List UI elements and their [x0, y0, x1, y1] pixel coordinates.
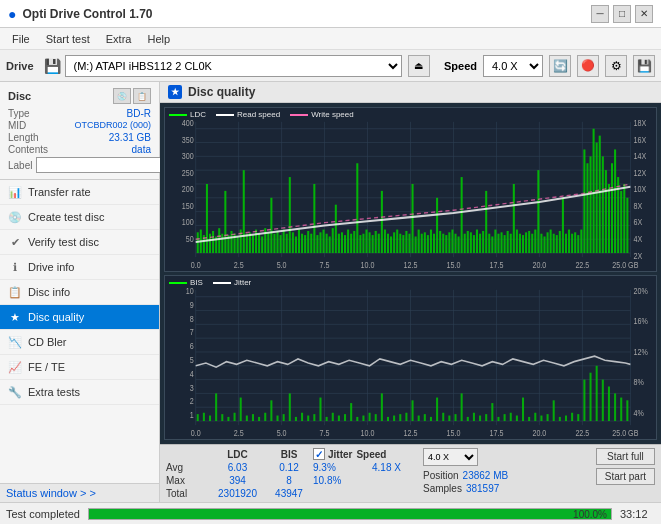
svg-text:17.5: 17.5: [489, 259, 503, 270]
burn-button[interactable]: 🔴: [577, 55, 599, 77]
svg-rect-179: [593, 129, 595, 253]
svg-rect-269: [381, 393, 383, 421]
svg-text:12%: 12%: [633, 346, 648, 357]
nav-disc-quality[interactable]: ★ Disc quality: [0, 305, 159, 330]
bis-chart-svg: 10 9 8 7 6 5 4 3 2 1 20% 16% 12% 8% 4%: [165, 276, 656, 439]
svg-rect-272: [399, 414, 401, 421]
nav-transfer-rate[interactable]: 📊 Transfer rate: [0, 180, 159, 205]
bis-legend: BIS: [190, 278, 203, 287]
svg-rect-163: [543, 236, 545, 253]
disc-label-input[interactable]: [36, 157, 169, 173]
svg-text:8%: 8%: [633, 376, 644, 387]
disc-icon-1: 💿: [117, 92, 127, 101]
nav-fe-te[interactable]: 📈 FE / TE: [0, 355, 159, 380]
close-button[interactable]: ✕: [635, 5, 653, 23]
ldc-legend: LDC: [190, 110, 206, 119]
minimize-button[interactable]: ─: [591, 5, 609, 23]
svg-text:17.5: 17.5: [489, 427, 503, 438]
nav-disc-info-label: Disc info: [28, 286, 70, 298]
menu-start-test[interactable]: Start test: [38, 31, 98, 47]
eject-button[interactable]: ⏏: [408, 55, 430, 77]
svg-text:10X: 10X: [633, 183, 646, 194]
nav-cd-bler[interactable]: 📉 CD Bler: [0, 330, 159, 355]
svg-rect-185: [611, 163, 613, 253]
svg-text:8: 8: [190, 312, 194, 323]
svg-rect-146: [491, 236, 493, 253]
svg-rect-258: [313, 414, 315, 421]
svg-rect-119: [408, 234, 410, 253]
nav-verify-test-disc[interactable]: ✔ Verify test disc: [0, 230, 159, 255]
svg-rect-116: [399, 234, 401, 253]
drive-combo[interactable]: (M:) ATAPI iHBS112 2 CL0K: [65, 55, 402, 77]
jitter-checkbox-row: ✓ Jitter: [313, 448, 352, 460]
svg-text:7.5: 7.5: [320, 259, 330, 270]
svg-rect-297: [553, 400, 555, 421]
svg-rect-174: [577, 235, 579, 253]
svg-rect-188: [620, 191, 622, 253]
svg-rect-301: [577, 414, 579, 421]
progress-text: 100.0%: [573, 509, 607, 521]
svg-rect-124: [424, 232, 426, 253]
svg-text:12X: 12X: [633, 167, 646, 178]
disc-type-label: Type: [8, 108, 30, 119]
svg-rect-68: [252, 235, 254, 253]
svg-rect-291: [516, 416, 518, 422]
svg-rect-254: [289, 393, 291, 421]
status-window-button[interactable]: Status window > >: [0, 483, 159, 502]
nav-extra-tests[interactable]: 🔧 Extra tests: [0, 380, 159, 405]
save-button[interactable]: 💾: [633, 55, 655, 77]
svg-rect-164: [547, 232, 549, 253]
svg-text:20.0: 20.0: [532, 259, 546, 270]
svg-rect-172: [571, 234, 573, 253]
svg-rect-161: [537, 170, 539, 253]
svg-rect-132: [448, 232, 450, 253]
refresh-button[interactable]: 🔄: [549, 55, 571, 77]
disc-icon-btn-2[interactable]: 📋: [133, 88, 151, 104]
nav-cd-bler-label: CD Bler: [28, 336, 67, 348]
jitter-checkbox[interactable]: ✓: [313, 448, 325, 460]
svg-rect-247: [246, 416, 248, 422]
svg-rect-290: [510, 413, 512, 421]
svg-rect-252: [276, 416, 278, 422]
svg-rect-135: [458, 236, 460, 253]
svg-rect-150: [504, 235, 506, 253]
svg-text:100: 100: [182, 216, 194, 227]
bis-col-header: BIS: [269, 449, 309, 460]
nav-drive-info[interactable]: ℹ Drive info: [0, 255, 159, 280]
svg-rect-168: [559, 231, 561, 253]
svg-rect-134: [454, 234, 456, 253]
nav-create-test-disc-label: Create test disc: [28, 211, 104, 223]
svg-rect-136: [461, 177, 463, 253]
speed-combo[interactable]: 4.0 X: [483, 55, 543, 77]
menu-extra[interactable]: Extra: [98, 31, 140, 47]
speed-select[interactable]: 4.0 X: [423, 448, 478, 466]
svg-rect-106: [369, 232, 371, 253]
svg-rect-84: [301, 234, 303, 253]
progress-bar: 100.0%: [88, 508, 612, 520]
maximize-button[interactable]: □: [613, 5, 631, 23]
start-full-button[interactable]: Start full: [596, 448, 655, 465]
menu-help[interactable]: Help: [139, 31, 178, 47]
svg-rect-88: [313, 184, 315, 253]
svg-rect-107: [372, 235, 374, 253]
cd-bler-icon: 📉: [8, 335, 22, 349]
disc-icon-btn-1[interactable]: 💿: [113, 88, 131, 104]
start-part-button[interactable]: Start part: [596, 468, 655, 485]
svg-rect-111: [384, 230, 386, 253]
disc-contents-row: Contents data: [8, 144, 151, 155]
settings-button[interactable]: ⚙: [605, 55, 627, 77]
svg-rect-276: [424, 414, 426, 421]
disc-panel: Disc 💿 📋 Type BD-R MID OTCBDR002 (000): [0, 82, 159, 180]
samples-label: Samples: [423, 483, 462, 494]
svg-rect-101: [353, 231, 355, 253]
nav-disc-info[interactable]: 📋 Disc info: [0, 280, 159, 305]
svg-rect-262: [338, 416, 340, 422]
svg-rect-282: [461, 393, 463, 421]
svg-rect-87: [310, 234, 312, 253]
disc-length-row: Length 23.31 GB: [8, 132, 151, 143]
nav-create-test-disc[interactable]: 💿 Create test disc: [0, 205, 159, 230]
svg-rect-244: [227, 417, 229, 421]
menu-file[interactable]: File: [4, 31, 38, 47]
verify-test-disc-icon: ✔: [8, 235, 22, 249]
avg-ldc: 6.03: [210, 462, 265, 473]
